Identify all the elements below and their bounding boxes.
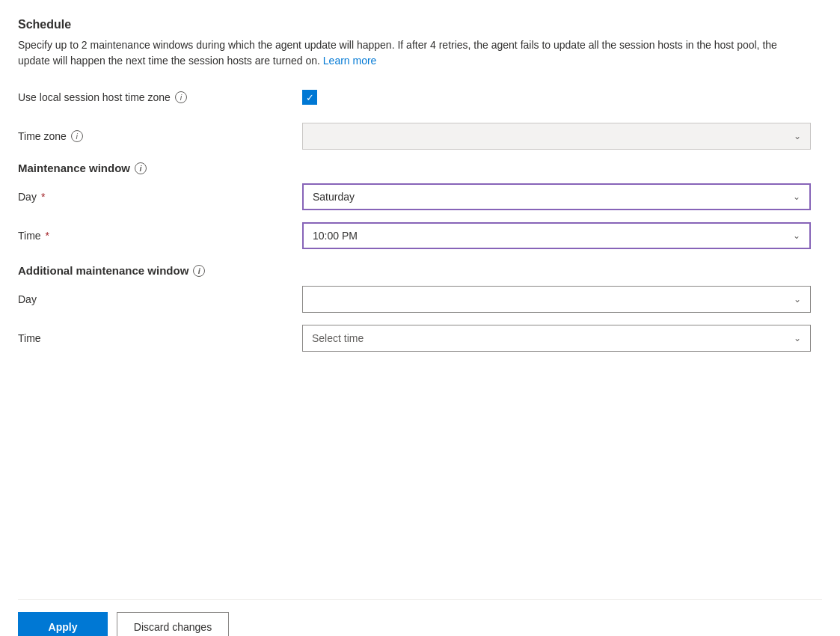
additional-day-dropdown[interactable]: ⌄ (302, 286, 811, 313)
maintenance-day-row: Day * Saturday ⌄ (18, 183, 822, 210)
local-timezone-row: Use local session host time zone i ✓ (18, 84, 822, 111)
maintenance-time-dropdown[interactable]: 10:00 PM ⌄ (302, 222, 811, 249)
timezone-dropdown[interactable]: ⌄ (302, 123, 811, 150)
maintenance-time-control: 10:00 PM ⌄ (302, 222, 811, 249)
maintenance-day-required: * (41, 191, 45, 203)
additional-time-label: Time (18, 332, 302, 344)
additional-time-value: Select time (312, 332, 364, 344)
maintenance-time-required: * (46, 230, 49, 242)
maintenance-day-label: Day * (18, 191, 302, 203)
description-text: Specify up to 2 maintenance windows duri… (18, 37, 803, 69)
apply-button[interactable]: Apply (18, 612, 108, 636)
additional-time-chevron-icon: ⌄ (794, 333, 801, 343)
maintenance-time-row: Time * 10:00 PM ⌄ (18, 222, 822, 249)
maintenance-time-chevron-icon: ⌄ (793, 230, 800, 241)
maintenance-time-value: 10:00 PM (313, 230, 358, 242)
additional-day-control: ⌄ (302, 286, 811, 313)
timezone-row: Time zone i ⌄ (18, 123, 822, 150)
page-title: Schedule (18, 18, 822, 31)
additional-day-row: Day ⌄ (18, 286, 822, 313)
additional-day-chevron-icon: ⌄ (794, 294, 801, 305)
maintenance-day-value: Saturday (313, 191, 355, 203)
additional-day-label: Day (18, 293, 302, 305)
additional-time-control: Select time ⌄ (302, 325, 811, 352)
local-timezone-checkbox[interactable]: ✓ (302, 90, 317, 105)
maintenance-day-chevron-icon: ⌄ (793, 192, 800, 202)
additional-time-row: Time Select time ⌄ (18, 325, 822, 352)
timezone-chevron-icon: ⌄ (794, 131, 801, 141)
maintenance-time-label: Time * (18, 230, 302, 242)
content-area: Schedule Specify up to 2 maintenance win… (18, 18, 822, 424)
page-container: Schedule Specify up to 2 maintenance win… (18, 18, 822, 636)
timezone-control: ⌄ (302, 123, 811, 150)
timezone-label: Time zone i (18, 130, 302, 142)
checkbox-check-icon: ✓ (306, 93, 314, 103)
timezone-info-icon[interactable]: i (71, 130, 83, 142)
local-timezone-label: Use local session host time zone i (18, 91, 302, 103)
bottom-bar: Apply Discard changes (18, 599, 822, 636)
learn-more-link[interactable]: Learn more (323, 55, 377, 67)
maintenance-day-dropdown[interactable]: Saturday ⌄ (302, 183, 811, 210)
maintenance-window-title: Maintenance window i (18, 162, 822, 174)
discard-changes-button[interactable]: Discard changes (117, 612, 229, 636)
local-timezone-info-icon[interactable]: i (175, 91, 187, 103)
additional-time-dropdown[interactable]: Select time ⌄ (302, 325, 811, 352)
local-timezone-checkbox-wrapper: ✓ (302, 90, 811, 105)
additional-maintenance-window-title: Additional maintenance window i (18, 264, 822, 277)
maintenance-window-info-icon[interactable]: i (135, 162, 147, 174)
maintenance-day-control: Saturday ⌄ (302, 183, 811, 210)
additional-maintenance-window-info-icon[interactable]: i (193, 265, 205, 277)
